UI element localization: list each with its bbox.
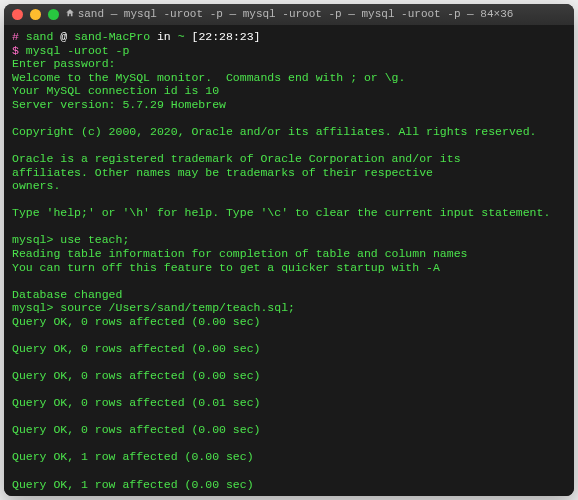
blank-line bbox=[12, 328, 566, 342]
prompt-at: @ bbox=[60, 30, 67, 43]
prompt-in: in bbox=[157, 30, 171, 43]
prompt-hash: # bbox=[12, 30, 19, 43]
prompt-line-1: # sand @ sand-MacPro in ~ [22:28:23] bbox=[12, 30, 566, 44]
output-line: Copyright (c) 2000, 2020, Oracle and/or … bbox=[12, 125, 566, 139]
terminal-window: sand — mysql -uroot -p — mysql -uroot -p… bbox=[4, 4, 574, 496]
blank-line bbox=[12, 193, 566, 207]
minimize-icon[interactable] bbox=[30, 9, 41, 20]
blank-line bbox=[12, 111, 566, 125]
home-icon bbox=[65, 8, 75, 21]
output-line: Reading table information for completion… bbox=[12, 247, 566, 261]
output-line: Welcome to the MySQL monitor. Commands e… bbox=[12, 71, 566, 85]
output-line: Query OK, 0 rows affected (0.01 sec) bbox=[12, 396, 566, 410]
output-line: Your MySQL connection id is 10 bbox=[12, 84, 566, 98]
output-line: affiliates. Other names may be trademark… bbox=[12, 166, 566, 180]
prompt-dollar: $ bbox=[12, 44, 19, 57]
prompt-line-2: $ mysql -uroot -p bbox=[12, 44, 566, 58]
output-line: Query OK, 0 rows affected (0.00 sec) bbox=[12, 369, 566, 383]
prompt-path: ~ bbox=[178, 30, 185, 43]
titlebar[interactable]: sand — mysql -uroot -p — mysql -uroot -p… bbox=[4, 4, 574, 26]
blank-line bbox=[12, 356, 566, 370]
zoom-icon[interactable] bbox=[48, 9, 59, 20]
mysql-prompt: mysql> source /Users/sand/temp/teach.sql… bbox=[12, 301, 566, 315]
output-line: owners. bbox=[12, 179, 566, 193]
blank-line bbox=[12, 491, 566, 496]
blank-line bbox=[12, 410, 566, 424]
mysql-prompt: mysql> use teach; bbox=[12, 233, 566, 247]
traffic-lights bbox=[12, 9, 59, 20]
terminal-body[interactable]: # sand @ sand-MacPro in ~ [22:28:23] $ m… bbox=[4, 26, 574, 496]
output-line: Query OK, 0 rows affected (0.00 sec) bbox=[12, 315, 566, 329]
blank-line bbox=[12, 464, 566, 478]
blank-line bbox=[12, 220, 566, 234]
blank-line bbox=[12, 139, 566, 153]
window-title-text: sand — mysql -uroot -p — mysql -uroot -p… bbox=[78, 8, 514, 20]
close-icon[interactable] bbox=[12, 9, 23, 20]
blank-line bbox=[12, 437, 566, 451]
output-line: Query OK, 0 rows affected (0.00 sec) bbox=[12, 423, 566, 437]
prompt-host: sand-MacPro bbox=[74, 30, 150, 43]
prompt-user: sand bbox=[26, 30, 54, 43]
output-line: Query OK, 1 row affected (0.00 sec) bbox=[12, 478, 566, 492]
blank-line bbox=[12, 274, 566, 288]
prompt-time: [22:28:23] bbox=[192, 30, 261, 43]
output-line: Query OK, 1 row affected (0.00 sec) bbox=[12, 450, 566, 464]
prompt-command: mysql -uroot -p bbox=[26, 44, 130, 57]
output-line: Type 'help;' or '\h' for help. Type '\c'… bbox=[12, 206, 566, 220]
output-line: Enter password: bbox=[12, 57, 566, 71]
output-line: You can turn off this feature to get a q… bbox=[12, 261, 566, 275]
output-line: Query OK, 0 rows affected (0.00 sec) bbox=[12, 342, 566, 356]
output-line: Server version: 5.7.29 Homebrew bbox=[12, 98, 566, 112]
window-title: sand — mysql -uroot -p — mysql -uroot -p… bbox=[4, 8, 574, 21]
output-line: Oracle is a registered trademark of Orac… bbox=[12, 152, 566, 166]
blank-line bbox=[12, 383, 566, 397]
output-line: Database changed bbox=[12, 288, 566, 302]
